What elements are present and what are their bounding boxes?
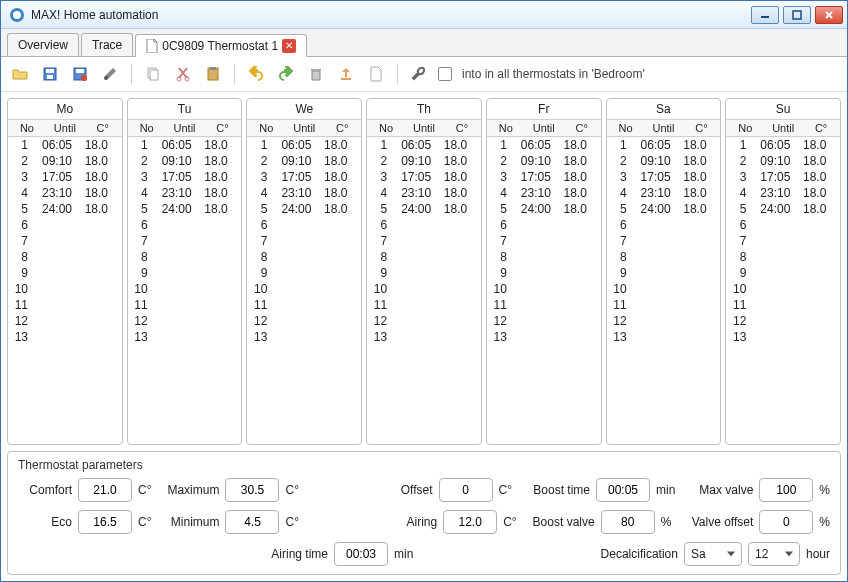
- schedule-row[interactable]: 11: [247, 297, 361, 313]
- schedule-row[interactable]: 524:0018.0: [487, 201, 601, 217]
- schedule-row[interactable]: 9: [487, 265, 601, 281]
- schedule-row[interactable]: 12: [128, 313, 242, 329]
- schedule-row[interactable]: 9: [247, 265, 361, 281]
- schedule-row[interactable]: 13: [487, 329, 601, 345]
- schedule-row[interactable]: 423:1018.0: [247, 185, 361, 201]
- tab-close-icon[interactable]: ✕: [282, 39, 296, 53]
- delete-icon[interactable]: [305, 63, 327, 85]
- schedule-row[interactable]: 9: [726, 265, 840, 281]
- schedule-row[interactable]: 13: [607, 329, 721, 345]
- schedule-row[interactable]: 106:0518.0: [607, 137, 721, 153]
- schedule-row[interactable]: 423:1018.0: [8, 185, 122, 201]
- schedule-row[interactable]: 423:1018.0: [128, 185, 242, 201]
- schedule-row[interactable]: 209:1018.0: [726, 153, 840, 169]
- schedule-row[interactable]: 6: [487, 217, 601, 233]
- day-column[interactable]: SaNoUntilC°106:0518.0209:1018.0317:0518.…: [606, 98, 722, 445]
- schedule-row[interactable]: 317:0518.0: [726, 169, 840, 185]
- minimize-button[interactable]: [751, 6, 779, 24]
- schedule-row[interactable]: 11: [367, 297, 481, 313]
- wrench-icon[interactable]: [408, 63, 430, 85]
- schedule-row[interactable]: 12: [487, 313, 601, 329]
- day-column[interactable]: WeNoUntilC°106:0518.0209:1018.0317:0518.…: [246, 98, 362, 445]
- schedule-row[interactable]: 106:0518.0: [8, 137, 122, 153]
- day-column[interactable]: FrNoUntilC°106:0518.0209:1018.0317:0518.…: [486, 98, 602, 445]
- schedule-row[interactable]: 317:0518.0: [367, 169, 481, 185]
- settings-icon[interactable]: [99, 63, 121, 85]
- schedule-row[interactable]: 209:1018.0: [367, 153, 481, 169]
- valve-offset-input[interactable]: [759, 510, 813, 534]
- schedule-row[interactable]: 8: [607, 249, 721, 265]
- airing-time-input[interactable]: [334, 542, 388, 566]
- decalc-hour-select[interactable]: 12: [748, 542, 800, 566]
- schedule-row[interactable]: 12: [726, 313, 840, 329]
- save-icon[interactable]: [39, 63, 61, 85]
- schedule-row[interactable]: 317:0518.0: [487, 169, 601, 185]
- schedule-row[interactable]: 10: [8, 281, 122, 297]
- schedule-row[interactable]: 106:0518.0: [726, 137, 840, 153]
- schedule-row[interactable]: 8: [8, 249, 122, 265]
- maximize-button[interactable]: [783, 6, 811, 24]
- schedule-row[interactable]: 13: [726, 329, 840, 345]
- schedule-row[interactable]: 423:1018.0: [487, 185, 601, 201]
- max-valve-input[interactable]: [759, 478, 813, 502]
- schedule-row[interactable]: 423:1018.0: [367, 185, 481, 201]
- schedule-row[interactable]: 8: [487, 249, 601, 265]
- schedule-row[interactable]: 8: [247, 249, 361, 265]
- schedule-row[interactable]: 524:0018.0: [367, 201, 481, 217]
- schedule-row[interactable]: 7: [8, 233, 122, 249]
- day-column[interactable]: MoNoUntilC°106:0518.0209:1018.0317:0518.…: [7, 98, 123, 445]
- schedule-row[interactable]: 13: [367, 329, 481, 345]
- schedule-row[interactable]: 11: [726, 297, 840, 313]
- tab-thermostat[interactable]: 0C9809 Thermostat 1 ✕: [135, 34, 307, 57]
- boost-time-input[interactable]: [596, 478, 650, 502]
- schedule-row[interactable]: 11: [128, 297, 242, 313]
- schedule-row[interactable]: 12: [8, 313, 122, 329]
- copy-icon[interactable]: [142, 63, 164, 85]
- schedule-row[interactable]: 10: [128, 281, 242, 297]
- schedule-row[interactable]: 9: [367, 265, 481, 281]
- schedule-row[interactable]: 11: [487, 297, 601, 313]
- schedule-row[interactable]: 6: [367, 217, 481, 233]
- schedule-row[interactable]: 10: [607, 281, 721, 297]
- schedule-row[interactable]: 7: [487, 233, 601, 249]
- schedule-row[interactable]: 6: [8, 217, 122, 233]
- tab-trace[interactable]: Trace: [81, 33, 133, 56]
- schedule-row[interactable]: 12: [607, 313, 721, 329]
- schedule-row[interactable]: 13: [247, 329, 361, 345]
- upload-icon[interactable]: [335, 63, 357, 85]
- open-icon[interactable]: [9, 63, 31, 85]
- schedule-row[interactable]: 9: [128, 265, 242, 281]
- schedule-row[interactable]: 524:0018.0: [128, 201, 242, 217]
- schedule-row[interactable]: 106:0518.0: [367, 137, 481, 153]
- schedule-row[interactable]: 6: [128, 217, 242, 233]
- schedule-row[interactable]: 106:0518.0: [128, 137, 242, 153]
- schedule-row[interactable]: 317:0518.0: [607, 169, 721, 185]
- schedule-row[interactable]: 317:0518.0: [247, 169, 361, 185]
- eco-input[interactable]: [78, 510, 132, 534]
- schedule-row[interactable]: 524:0018.0: [8, 201, 122, 217]
- schedule-row[interactable]: 524:0018.0: [726, 201, 840, 217]
- day-column[interactable]: SuNoUntilC°106:0518.0209:1018.0317:0518.…: [725, 98, 841, 445]
- schedule-row[interactable]: 11: [607, 297, 721, 313]
- redo-icon[interactable]: [275, 63, 297, 85]
- minimum-input[interactable]: [225, 510, 279, 534]
- schedule-row[interactable]: 7: [726, 233, 840, 249]
- schedule-row[interactable]: 10: [247, 281, 361, 297]
- schedule-row[interactable]: 106:0518.0: [247, 137, 361, 153]
- schedule-row[interactable]: 8: [726, 249, 840, 265]
- schedule-row[interactable]: 524:0018.0: [247, 201, 361, 217]
- undo-icon[interactable]: [245, 63, 267, 85]
- schedule-row[interactable]: 10: [367, 281, 481, 297]
- schedule-row[interactable]: 6: [607, 217, 721, 233]
- cut-icon[interactable]: [172, 63, 194, 85]
- paste-icon[interactable]: [202, 63, 224, 85]
- schedule-row[interactable]: 10: [726, 281, 840, 297]
- schedule-row[interactable]: 8: [367, 249, 481, 265]
- schedule-row[interactable]: 524:0018.0: [607, 201, 721, 217]
- schedule-row[interactable]: 209:1018.0: [247, 153, 361, 169]
- schedule-row[interactable]: 7: [607, 233, 721, 249]
- apply-all-checkbox[interactable]: [438, 67, 452, 81]
- boost-valve-input[interactable]: [601, 510, 655, 534]
- offset-input[interactable]: [439, 478, 493, 502]
- schedule-row[interactable]: 7: [128, 233, 242, 249]
